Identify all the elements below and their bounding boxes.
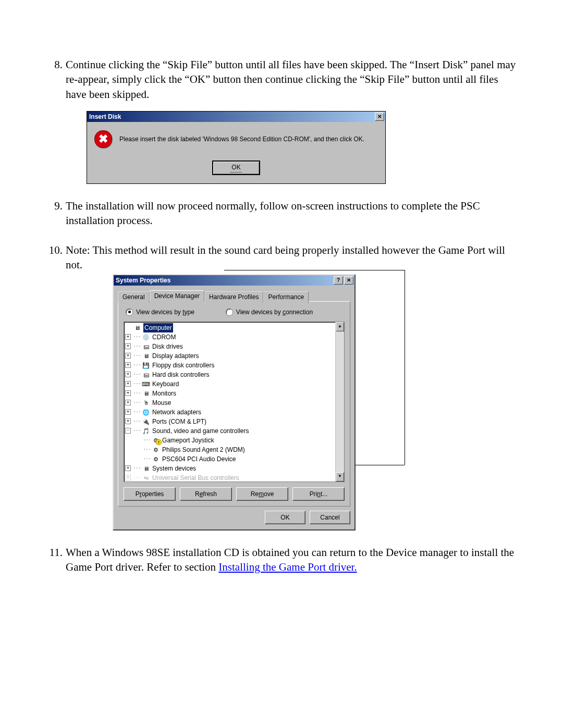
tab-pane: View devices by type View devices by con…	[118, 301, 350, 507]
scrollbar[interactable]: ▲ ▼	[335, 322, 344, 482]
step-number: 10.	[42, 243, 63, 257]
tree-item[interactable]: Philips Sound Agent 2 (WDM)	[162, 445, 245, 454]
expand-icon[interactable]: +	[125, 465, 131, 471]
close-icon[interactable]: ✕	[344, 276, 353, 285]
tree-item[interactable]: Floppy disk controllers	[152, 361, 214, 370]
step-text: Note: This method will result in the sou…	[66, 244, 505, 271]
display-icon: 🖥	[142, 352, 150, 360]
dialog-title: Insert Disk	[89, 113, 121, 121]
insert-disk-dialog: Insert Disk ✕ ✖ Please insert the disk l…	[87, 111, 386, 184]
radio-view-by-connection[interactable]: View devices by connection	[226, 308, 313, 316]
dialog-message: Please insert the disk labeled 'Windows …	[119, 135, 380, 143]
tree-item[interactable]: PSC604 PCI Audio Device	[162, 454, 236, 464]
tab-hardware-profiles[interactable]: Hardware Profiles	[204, 291, 263, 302]
tab-performance[interactable]: Performance	[263, 291, 309, 302]
tree-item[interactable]: Disk drives	[152, 342, 183, 351]
ports-icon: 🔌	[142, 418, 150, 425]
network-icon: 🌐	[142, 409, 150, 416]
expand-icon[interactable]: +	[125, 334, 131, 340]
cancel-button[interactable]: Cancel	[310, 511, 350, 524]
hdd-icon: 🖴	[142, 371, 150, 378]
system-icon: 🖥	[142, 465, 150, 472]
print-button[interactable]: Print...	[292, 487, 345, 501]
tree-item[interactable]: Ports (COM & LPT)	[152, 417, 206, 426]
tree-item[interactable]: CDROM	[152, 332, 176, 342]
step-8: 8. Continue clicking the “Skip File” but…	[42, 57, 521, 184]
tree-item[interactable]: Display adapters	[152, 351, 199, 361]
step-10: 10. Note: This method will result in the…	[42, 243, 521, 530]
usb-icon: ⇋	[142, 474, 150, 482]
expand-icon[interactable]: +	[125, 362, 131, 368]
mouse-icon: 🖱	[142, 399, 150, 406]
tree-item[interactable]: Monitors	[152, 389, 176, 398]
tree-item[interactable]: Network adapters	[152, 408, 201, 417]
titlebar: Insert Disk ✕	[87, 112, 385, 122]
ok-button-label: OK	[230, 163, 241, 172]
expand-icon[interactable]: +	[125, 418, 131, 424]
step-number: 9.	[42, 199, 63, 213]
expand-icon[interactable]: +	[125, 353, 131, 359]
radio-dot-icon	[226, 309, 233, 316]
step-number: 8.	[42, 57, 63, 72]
expand-icon[interactable]: +	[125, 409, 131, 415]
scroll-down-icon[interactable]: ▼	[336, 472, 344, 482]
computer-icon: 🖥	[133, 324, 141, 331]
ok-button[interactable]: OK	[212, 161, 260, 175]
tree-item[interactable]: System devices	[152, 464, 196, 473]
expand-icon[interactable]: +	[125, 390, 131, 396]
tree-item[interactable]: Hard disk controllers	[152, 370, 209, 379]
radio-dot-icon	[126, 309, 133, 316]
cdrom-icon: 💿	[142, 334, 150, 341]
expand-icon[interactable]: +	[125, 343, 131, 349]
tree-item[interactable]: Sound, video and game controllers	[152, 426, 249, 436]
device-tree[interactable]: 🖥Computer +···💿CDROM +···🖴Disk drives +·…	[124, 322, 345, 482]
scroll-up-icon[interactable]: ▲	[336, 322, 344, 331]
device-icon: ⚙	[152, 446, 160, 453]
expand-icon[interactable]: +	[125, 381, 131, 387]
radio-view-by-type[interactable]: View devices by type	[126, 308, 194, 316]
keyboard-icon: ⌨	[142, 380, 150, 388]
titlebar: System Properties ? ✕	[114, 275, 354, 286]
step-11: 11. When a Windows 98SE installation CD …	[42, 545, 521, 575]
tree-item-computer[interactable]: Computer	[143, 323, 173, 332]
help-icon[interactable]: ?	[334, 276, 343, 285]
error-icon: ✖	[94, 130, 112, 148]
step-9: 9. The installation will now proceed nor…	[42, 199, 521, 228]
ok-button[interactable]: OK	[265, 511, 305, 524]
properties-button[interactable]: Properties	[124, 487, 176, 501]
expand-icon[interactable]: +	[125, 372, 131, 377]
device-icon: ⚙	[152, 455, 160, 463]
tab-strip: General Device Manager Hardware Profiles…	[114, 286, 354, 301]
dialog-title: System Properties	[116, 276, 170, 285]
collapse-icon[interactable]: -	[125, 428, 131, 434]
step-text: Continue clicking the “Skip File” button…	[66, 58, 516, 101]
sound-icon: 🎵	[142, 427, 150, 435]
device-warning-icon: ⚙	[152, 437, 160, 444]
tree-item[interactable]: Universal Serial Bus controllers	[152, 473, 239, 482]
floppy-icon: 💾	[142, 362, 150, 369]
expand-icon[interactable]: +	[125, 475, 131, 480]
disk-icon: 🖴	[142, 343, 150, 350]
tab-device-manager[interactable]: Device Manager	[150, 290, 204, 301]
installing-game-port-driver-link[interactable]: Installing the Game Port driver.	[218, 561, 357, 573]
monitor-icon: 🖥	[142, 390, 150, 397]
callout-line	[224, 270, 405, 270]
remove-button[interactable]: Remove	[236, 487, 288, 501]
step-number: 11.	[42, 545, 63, 560]
tab-general[interactable]: General	[118, 291, 150, 302]
tree-item-gameport[interactable]: Gameport Joystick	[162, 436, 214, 445]
tree-item[interactable]: Mouse	[152, 398, 171, 408]
callout-line	[405, 270, 405, 465]
tree-item[interactable]: Keyboard	[152, 379, 179, 389]
refresh-button[interactable]: Refresh	[180, 487, 232, 501]
expand-icon[interactable]: +	[125, 400, 131, 405]
system-properties-dialog: System Properties ? ✕ General Device Man…	[113, 274, 356, 530]
step-text: The installation will now proceed normal…	[66, 200, 480, 227]
close-icon[interactable]: ✕	[375, 113, 384, 121]
